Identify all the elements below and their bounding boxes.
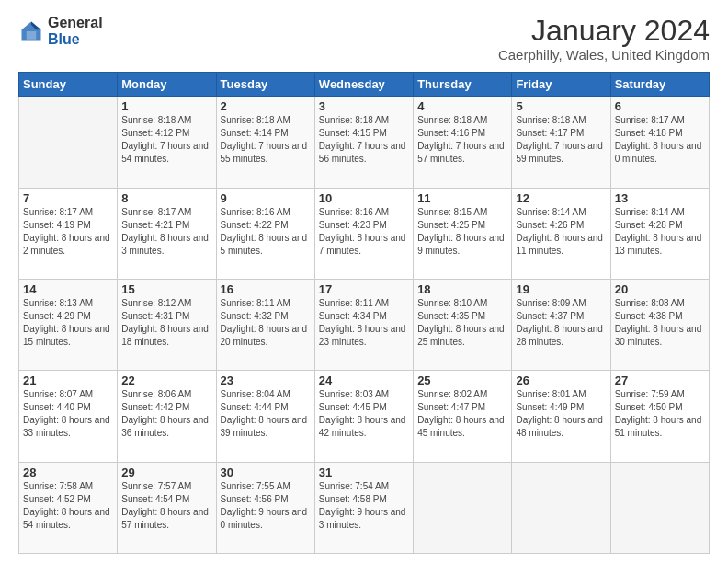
calendar-cell: 5Sunrise: 8:18 AM Sunset: 4:17 PM Daylig… <box>512 97 610 188</box>
day-number: 28 <box>23 465 113 479</box>
calendar-week-0: 1Sunrise: 8:18 AM Sunset: 4:12 PM Daylig… <box>19 97 710 188</box>
day-detail: Sunrise: 8:04 AM Sunset: 4:44 PM Dayligh… <box>221 388 311 440</box>
calendar-cell: 14Sunrise: 8:13 AM Sunset: 4:29 PM Dayli… <box>19 279 118 370</box>
day-detail: Sunrise: 8:18 AM Sunset: 4:12 PM Dayligh… <box>121 114 211 166</box>
calendar-cell: 12Sunrise: 8:14 AM Sunset: 4:26 PM Dayli… <box>512 188 610 279</box>
calendar-cell: 9Sunrise: 8:16 AM Sunset: 4:22 PM Daylig… <box>216 188 314 279</box>
weekday-row: SundayMondayTuesdayWednesdayThursdayFrid… <box>19 73 710 97</box>
day-detail: Sunrise: 8:08 AM Sunset: 4:38 PM Dayligh… <box>615 297 705 349</box>
calendar-cell: 10Sunrise: 8:16 AM Sunset: 4:23 PM Dayli… <box>314 188 413 279</box>
calendar-cell: 22Sunrise: 8:06 AM Sunset: 4:42 PM Dayli… <box>118 371 216 462</box>
day-number: 12 <box>516 191 606 205</box>
day-detail: Sunrise: 8:15 AM Sunset: 4:25 PM Dayligh… <box>417 206 507 258</box>
calendar-cell: 2Sunrise: 8:18 AM Sunset: 4:14 PM Daylig… <box>216 97 314 188</box>
day-number: 1 <box>121 99 211 113</box>
day-number: 11 <box>417 191 507 205</box>
day-detail: Sunrise: 8:06 AM Sunset: 4:42 PM Dayligh… <box>121 388 211 440</box>
weekday-header-monday: Monday <box>118 73 216 97</box>
day-number: 29 <box>121 465 211 479</box>
day-detail: Sunrise: 8:11 AM Sunset: 4:34 PM Dayligh… <box>319 297 409 349</box>
day-detail: Sunrise: 8:09 AM Sunset: 4:37 PM Dayligh… <box>516 297 606 349</box>
day-detail: Sunrise: 7:58 AM Sunset: 4:52 PM Dayligh… <box>23 480 113 532</box>
title-block: January 2024 Caerphilly, Wales, United K… <box>498 15 710 63</box>
day-detail: Sunrise: 8:10 AM Sunset: 4:35 PM Dayligh… <box>417 297 507 349</box>
calendar-cell <box>512 462 610 553</box>
calendar-cell: 8Sunrise: 8:17 AM Sunset: 4:21 PM Daylig… <box>118 188 216 279</box>
day-detail: Sunrise: 8:13 AM Sunset: 4:29 PM Dayligh… <box>23 297 113 349</box>
day-number: 4 <box>417 99 507 113</box>
day-detail: Sunrise: 8:18 AM Sunset: 4:15 PM Dayligh… <box>319 114 409 166</box>
day-detail: Sunrise: 7:57 AM Sunset: 4:54 PM Dayligh… <box>121 480 211 532</box>
calendar-cell: 21Sunrise: 8:07 AM Sunset: 4:40 PM Dayli… <box>19 371 118 462</box>
day-number: 6 <box>615 99 705 113</box>
calendar-header: SundayMondayTuesdayWednesdayThursdayFrid… <box>19 73 710 97</box>
day-number: 8 <box>121 191 211 205</box>
calendar-cell: 13Sunrise: 8:14 AM Sunset: 4:28 PM Dayli… <box>610 188 709 279</box>
logo-text: General Blue <box>48 15 103 47</box>
day-number: 24 <box>319 373 409 387</box>
day-number: 26 <box>516 373 606 387</box>
weekday-header-sunday: Sunday <box>19 73 118 97</box>
calendar-cell: 11Sunrise: 8:15 AM Sunset: 4:25 PM Dayli… <box>414 188 512 279</box>
header: General Blue January 2024 Caerphilly, Wa… <box>18 15 710 63</box>
day-detail: Sunrise: 8:16 AM Sunset: 4:23 PM Dayligh… <box>319 206 409 258</box>
day-number: 22 <box>121 373 211 387</box>
day-detail: Sunrise: 7:54 AM Sunset: 4:58 PM Dayligh… <box>319 480 409 532</box>
calendar-week-1: 7Sunrise: 8:17 AM Sunset: 4:19 PM Daylig… <box>19 188 710 279</box>
calendar-cell: 20Sunrise: 8:08 AM Sunset: 4:38 PM Dayli… <box>610 279 709 370</box>
day-detail: Sunrise: 8:17 AM Sunset: 4:19 PM Dayligh… <box>23 206 113 258</box>
day-number: 18 <box>417 282 507 296</box>
calendar-cell: 30Sunrise: 7:55 AM Sunset: 4:56 PM Dayli… <box>216 462 314 553</box>
logo-blue-text: Blue <box>48 31 103 48</box>
calendar-cell: 7Sunrise: 8:17 AM Sunset: 4:19 PM Daylig… <box>19 188 118 279</box>
svg-rect-2 <box>27 31 37 40</box>
day-number: 23 <box>221 373 311 387</box>
calendar-cell: 31Sunrise: 7:54 AM Sunset: 4:58 PM Dayli… <box>314 462 413 553</box>
calendar-cell: 24Sunrise: 8:03 AM Sunset: 4:45 PM Dayli… <box>314 371 413 462</box>
day-detail: Sunrise: 8:18 AM Sunset: 4:14 PM Dayligh… <box>221 114 311 166</box>
calendar-cell <box>19 97 118 188</box>
calendar-cell: 26Sunrise: 8:01 AM Sunset: 4:49 PM Dayli… <box>512 371 610 462</box>
calendar-cell: 28Sunrise: 7:58 AM Sunset: 4:52 PM Dayli… <box>19 462 118 553</box>
day-detail: Sunrise: 8:17 AM Sunset: 4:21 PM Dayligh… <box>121 206 211 258</box>
logo-icon <box>18 18 44 44</box>
day-number: 27 <box>615 373 705 387</box>
day-number: 15 <box>121 282 211 296</box>
calendar-cell: 3Sunrise: 8:18 AM Sunset: 4:15 PM Daylig… <box>314 97 413 188</box>
day-detail: Sunrise: 7:55 AM Sunset: 4:56 PM Dayligh… <box>221 480 311 532</box>
calendar-cell: 23Sunrise: 8:04 AM Sunset: 4:44 PM Dayli… <box>216 371 314 462</box>
calendar-week-3: 21Sunrise: 8:07 AM Sunset: 4:40 PM Dayli… <box>19 371 710 462</box>
weekday-header-friday: Friday <box>512 73 610 97</box>
day-detail: Sunrise: 8:03 AM Sunset: 4:45 PM Dayligh… <box>319 388 409 440</box>
day-detail: Sunrise: 8:12 AM Sunset: 4:31 PM Dayligh… <box>121 297 211 349</box>
calendar-cell: 16Sunrise: 8:11 AM Sunset: 4:32 PM Dayli… <box>216 279 314 370</box>
day-detail: Sunrise: 8:17 AM Sunset: 4:18 PM Dayligh… <box>615 114 705 166</box>
day-detail: Sunrise: 8:18 AM Sunset: 4:16 PM Dayligh… <box>417 114 507 166</box>
day-number: 2 <box>221 99 311 113</box>
day-detail: Sunrise: 8:02 AM Sunset: 4:47 PM Dayligh… <box>417 388 507 440</box>
day-detail: Sunrise: 7:59 AM Sunset: 4:50 PM Dayligh… <box>615 388 705 440</box>
day-number: 9 <box>221 191 311 205</box>
calendar-table: SundayMondayTuesdayWednesdayThursdayFrid… <box>18 72 710 554</box>
day-number: 25 <box>417 373 507 387</box>
day-detail: Sunrise: 8:14 AM Sunset: 4:26 PM Dayligh… <box>516 206 606 258</box>
weekday-header-tuesday: Tuesday <box>216 73 314 97</box>
main-title: January 2024 <box>498 15 710 47</box>
weekday-header-saturday: Saturday <box>610 73 709 97</box>
day-number: 16 <box>221 282 311 296</box>
calendar-week-4: 28Sunrise: 7:58 AM Sunset: 4:52 PM Dayli… <box>19 462 710 553</box>
day-detail: Sunrise: 8:07 AM Sunset: 4:40 PM Dayligh… <box>23 388 113 440</box>
calendar-cell <box>610 462 709 553</box>
calendar-body: 1Sunrise: 8:18 AM Sunset: 4:12 PM Daylig… <box>19 97 710 554</box>
day-number: 20 <box>615 282 705 296</box>
calendar-cell: 29Sunrise: 7:57 AM Sunset: 4:54 PM Dayli… <box>118 462 216 553</box>
day-number: 7 <box>23 191 113 205</box>
logo-general-text: General <box>48 15 103 31</box>
calendar-cell: 15Sunrise: 8:12 AM Sunset: 4:31 PM Dayli… <box>118 279 216 370</box>
day-number: 13 <box>615 191 705 205</box>
day-number: 14 <box>23 282 113 296</box>
day-detail: Sunrise: 8:18 AM Sunset: 4:17 PM Dayligh… <box>516 114 606 166</box>
day-number: 10 <box>319 191 409 205</box>
calendar-cell: 27Sunrise: 7:59 AM Sunset: 4:50 PM Dayli… <box>610 371 709 462</box>
day-number: 21 <box>23 373 113 387</box>
